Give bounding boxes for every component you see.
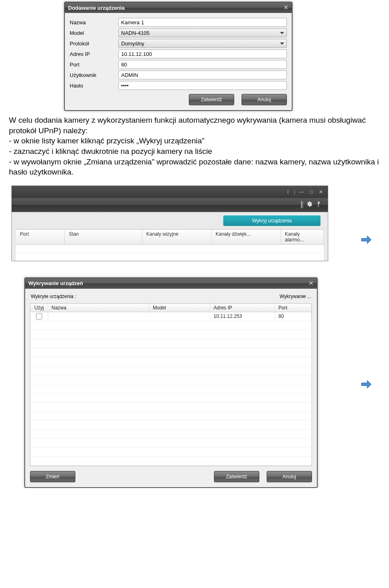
app-window-snippet: i | — □ ✕ Wykryj urządzenia Port Stan Ka… xyxy=(11,185,328,261)
name-input[interactable]: Kamera 1 xyxy=(118,18,287,27)
protocol-label: Protokół xyxy=(70,40,118,47)
ip-input[interactable]: 10.11.12.100 xyxy=(118,49,287,58)
key-icon[interactable] xyxy=(316,201,322,209)
cell-name xyxy=(48,315,150,317)
discover-devices-dialog: Wykrywanie urządzeń ✕ Wykryte urządzenia… xyxy=(24,277,318,488)
model-label: Model xyxy=(70,30,118,36)
col-model[interactable]: Model xyxy=(150,304,210,312)
dialog-title: Dodawanie urządzenia xyxy=(68,5,124,11)
discover-status: Wykrywanie ... xyxy=(280,294,311,299)
port-label: Port xyxy=(70,62,118,68)
cancel-button[interactable]: Anuluj xyxy=(267,471,312,482)
user-label: Użytkownik xyxy=(70,72,118,78)
info-icon[interactable]: i xyxy=(284,189,292,195)
table-row[interactable]: 10.11.12.253 80 xyxy=(30,312,312,321)
dialog-title: Wykrywanie urządzeń xyxy=(28,280,83,286)
minimize-icon[interactable]: — xyxy=(298,189,305,195)
use-checkbox[interactable] xyxy=(36,313,42,320)
password-label: Hasło xyxy=(70,83,118,89)
confirm-button[interactable]: Zatwierdź xyxy=(214,471,259,482)
protocol-combobox[interactable]: Domyślny xyxy=(118,39,287,48)
dialog-titlebar: Dodawanie urządzenia ✕ xyxy=(65,2,292,13)
detected-devices-table: Użyj Nazwa Model Adres IP Port 10.11.12.… xyxy=(30,303,312,466)
discover-devices-button[interactable]: Wykryj urządzenia xyxy=(223,215,321,226)
close-icon[interactable]: ✕ xyxy=(308,280,314,287)
dialog-titlebar: Wykrywanie urządzeń ✕ xyxy=(25,278,317,289)
col-alarm[interactable]: Kanały alarmo... xyxy=(281,230,324,244)
model-combobox[interactable]: NADN-4105 xyxy=(118,28,287,37)
port-input[interactable]: 80 xyxy=(118,60,287,69)
device-list-header: Port Stan Kanały wizyjne Kanały dźwięk..… xyxy=(16,229,324,245)
gear-icon[interactable] xyxy=(306,201,312,209)
col-port[interactable]: Port xyxy=(16,230,65,244)
arrow-right-icon xyxy=(361,234,372,245)
ip-label: Adres IP xyxy=(70,51,118,57)
col-name[interactable]: Nazwa xyxy=(48,304,150,312)
app-titlebar: i | — □ ✕ xyxy=(12,186,328,198)
add-device-dialog: Dodawanie urządzenia ✕ Nazwa Kamera 1 Mo… xyxy=(64,2,293,111)
user-input[interactable]: ADMIN xyxy=(118,70,287,79)
password-input[interactable]: •••• xyxy=(118,81,287,90)
cancel-button[interactable]: Anuluj xyxy=(242,94,287,105)
cell-model xyxy=(150,315,210,317)
name-label: Nazwa xyxy=(70,19,118,26)
detected-label: Wykryte urządzenia : xyxy=(31,294,76,299)
col-use[interactable]: Użyj xyxy=(30,304,48,312)
cell-ip: 10.11.12.253 xyxy=(210,312,275,320)
arrow-right-icon xyxy=(361,379,372,390)
confirm-button[interactable]: Zatwierdź xyxy=(189,94,234,105)
col-audio[interactable]: Kanały dźwięk... xyxy=(212,230,281,244)
cell-port: 80 xyxy=(275,312,312,320)
col-status[interactable]: Stan xyxy=(65,230,142,244)
col-ip[interactable]: Adres IP xyxy=(210,304,275,312)
close-icon[interactable]: ✕ xyxy=(283,4,289,11)
edit-button[interactable]: Zmień xyxy=(30,471,75,482)
instruction-paragraph: W celu dodania kamery z wykorzystaniem f… xyxy=(9,115,380,177)
keyboard-icon[interactable] xyxy=(301,201,302,209)
app-toolbar xyxy=(12,198,328,212)
close-icon[interactable]: ✕ xyxy=(317,189,325,195)
maximize-icon[interactable]: □ xyxy=(308,189,315,195)
col-port[interactable]: Port xyxy=(275,304,312,312)
col-video[interactable]: Kanały wizyjne xyxy=(142,230,212,244)
